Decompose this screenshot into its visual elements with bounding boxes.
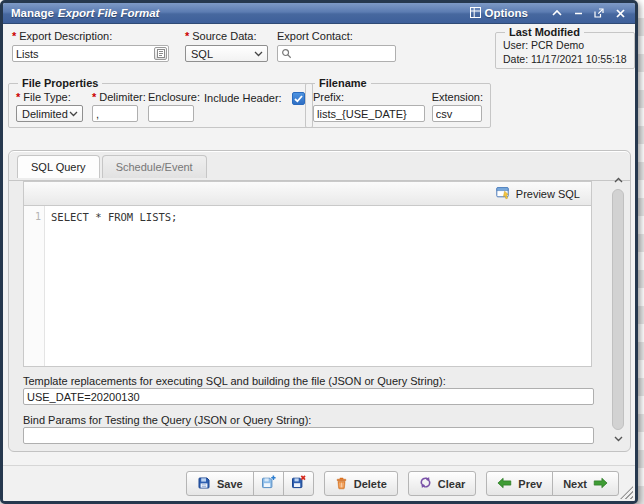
filename-box: Filename Prefix: Extension: <box>305 77 491 128</box>
export-contact-label: Export Contact: <box>277 30 396 42</box>
preview-sql-icon <box>496 186 511 202</box>
collapse-button[interactable] <box>550 6 564 20</box>
next-button[interactable]: Next <box>552 471 619 496</box>
clear-button[interactable]: Clear <box>408 471 477 496</box>
options-menu-button[interactable]: Options <box>470 7 528 20</box>
footer-toolbar: Save Delete <box>3 465 635 501</box>
manage-export-dialog: ManageExport File Format Options <box>0 0 638 504</box>
save-and-new-button[interactable] <box>253 471 284 496</box>
query-tab-panel: SQL Query Schedule/Event Preview SQL 1 S… <box>8 150 631 452</box>
chevron-up-icon <box>614 177 623 183</box>
preview-sql-label: Preview SQL <box>516 188 580 200</box>
file-properties-legend: File Properties <box>18 77 102 89</box>
required-marker: * <box>185 30 189 42</box>
filename-legend: Filename <box>315 77 371 89</box>
chevron-down-icon <box>69 111 78 117</box>
last-modified-user: User: PCR Demo <box>503 38 627 52</box>
export-contact-input[interactable] <box>277 45 396 62</box>
dialog-body: *Export Description: *Source Data: SQL E… <box>3 24 635 501</box>
source-data-value: SQL <box>191 48 213 60</box>
delimiter-input[interactable] <box>92 105 138 122</box>
delete-label: Delete <box>354 478 387 490</box>
scroll-up-arrow[interactable] <box>611 173 626 187</box>
save-plus-icon <box>261 475 276 492</box>
dialog-title-emphasis: Export File Format <box>58 7 160 19</box>
last-modified-date: Date: 11/17/2021 10:55:18 <box>503 52 627 66</box>
file-type-value: Delimited <box>22 108 68 120</box>
save-and-close-button[interactable] <box>283 471 314 496</box>
grid-icon <box>470 7 481 20</box>
required-marker: * <box>12 30 16 42</box>
save-icon <box>197 476 211 492</box>
template-replacements-label: Template replacements for executing SQL … <box>23 375 446 387</box>
chevron-down-icon <box>254 51 263 57</box>
required-marker: * <box>16 91 20 103</box>
tab-sql-query[interactable]: SQL Query <box>17 155 100 178</box>
scroll-down-arrow[interactable] <box>611 432 626 446</box>
close-icon <box>616 9 625 18</box>
vertical-scrollbar[interactable] <box>611 173 626 446</box>
bind-params-label: Bind Params for Testing the Query (JSON … <box>23 414 311 426</box>
include-header-checkbox[interactable] <box>292 92 305 105</box>
close-button[interactable] <box>613 6 627 20</box>
nav-button-group: Prev Next <box>486 471 619 496</box>
file-properties-box: File Properties *File Type: Delimited *D… <box>8 77 313 128</box>
save-button[interactable]: Save <box>186 471 254 496</box>
sql-code[interactable]: SELECT * FROM LISTS; <box>45 206 591 366</box>
prefix-label: Prefix: <box>313 91 425 103</box>
dialog-title-prefix: Manage <box>11 7 54 19</box>
trash-icon <box>335 476 348 492</box>
export-description-label: *Export Description: <box>12 30 169 42</box>
include-header-label: Include Header: <box>204 92 282 104</box>
dialog-title: ManageExport File Format <box>11 7 470 19</box>
line-number-gutter: 1 <box>24 206 45 366</box>
last-modified-box: Last Modified User: PCR Demo Date: 11/17… <box>495 26 635 69</box>
chevron-up-icon <box>552 9 562 17</box>
line-number: 1 <box>24 211 41 222</box>
prev-label: Prev <box>518 478 542 490</box>
save-x-icon <box>291 475 306 492</box>
delete-button[interactable]: Delete <box>324 471 398 496</box>
options-label: Options <box>485 7 528 19</box>
last-modified-legend: Last Modified <box>505 26 584 38</box>
template-replacements-input[interactable] <box>23 388 594 405</box>
source-data-label: *Source Data: <box>185 30 268 42</box>
file-type-label: *File Type: <box>16 91 92 103</box>
check-icon <box>294 95 303 103</box>
delimiter-label: *Delimiter: <box>92 91 144 103</box>
editor-toolbar: Preview SQL <box>23 181 592 206</box>
arrow-left-icon <box>497 477 512 491</box>
tab-strip: SQL Query Schedule/Event <box>17 155 207 178</box>
popout-icon <box>594 8 604 18</box>
extension-label: Extension: <box>432 91 483 103</box>
scrollbar-thumb[interactable] <box>612 189 624 430</box>
save-button-group: Save <box>186 471 314 496</box>
clear-label: Clear <box>438 478 466 490</box>
source-data-select[interactable]: SQL <box>185 45 268 62</box>
prefix-input[interactable] <box>313 105 425 122</box>
export-description-input[interactable] <box>12 45 169 62</box>
extension-input[interactable] <box>432 105 482 122</box>
next-label: Next <box>563 478 587 490</box>
file-type-select[interactable]: Delimited <box>16 105 83 122</box>
search-icon <box>281 48 292 61</box>
enclosure-input[interactable] <box>148 105 194 122</box>
chevron-down-icon <box>614 436 623 442</box>
refresh-icon <box>419 476 432 491</box>
sql-editor[interactable]: 1 SELECT * FROM LISTS; <box>23 206 592 367</box>
prev-button[interactable]: Prev <box>486 471 553 496</box>
minimize-button[interactable] <box>571 6 585 20</box>
bind-params-input[interactable] <box>23 427 594 444</box>
popout-button[interactable] <box>592 6 606 20</box>
save-label: Save <box>217 478 243 490</box>
tab-schedule-event[interactable]: Schedule/Event <box>102 155 207 178</box>
preview-sql-button[interactable]: Preview SQL <box>490 184 586 204</box>
titlebar[interactable]: ManageExport File Format Options <box>3 3 635 24</box>
expand-text-icon[interactable] <box>154 47 167 60</box>
minus-icon <box>574 9 583 17</box>
enclosure-label: Enclosure: <box>148 91 198 103</box>
required-marker: * <box>92 91 96 103</box>
arrow-right-icon <box>593 477 608 491</box>
